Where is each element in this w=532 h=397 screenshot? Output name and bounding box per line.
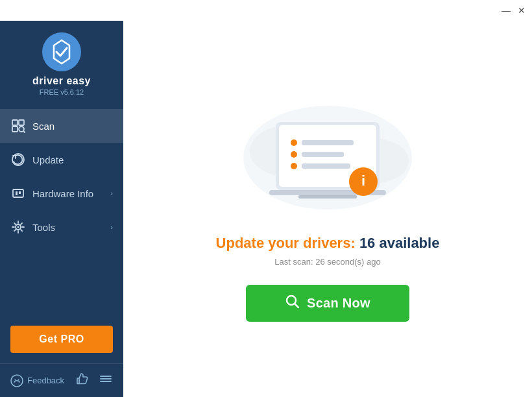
sidebar-nav: Scan Update [0,109,123,319]
svg-point-11 [18,226,19,228]
logo-version: FREE v5.6.12 [40,88,84,96]
minimize-button[interactable]: — [501,5,511,16]
illustration: i [237,96,418,219]
svg-point-0 [42,32,81,71]
sidebar-logo: driver easy FREE v5.6.12 [0,21,123,109]
sidebar-item-hardware-info[interactable]: Hardware Info › [0,176,123,210]
menu-icon[interactable] [99,372,113,389]
logo-icon [42,32,81,71]
svg-rect-30 [298,195,357,198]
feedback-icon [10,374,23,387]
svg-point-27 [291,163,297,169]
svg-rect-8 [16,191,18,195]
svg-rect-9 [19,191,21,194]
heading-text: Update your drivers: [216,235,356,251]
svg-line-34 [295,304,299,308]
title-bar-controls: — ✕ [501,5,527,16]
update-label: Update [32,154,113,165]
heading-count: 16 available [359,235,440,251]
main-heading: Update your drivers: 16 available [216,235,440,252]
tools-label: Tools [32,222,110,233]
svg-rect-28 [302,163,350,169]
svg-rect-1 [12,120,18,125]
svg-rect-7 [13,189,23,197]
title-bar: — ✕ [0,0,532,21]
feedback-button[interactable]: Feedback [10,374,64,387]
hardware-info-label: Hardware Info [32,188,110,199]
svg-text:i: i [361,173,365,189]
scan-now-button[interactable]: Scan Now [246,285,409,322]
svg-rect-24 [302,140,354,145]
sidebar-item-tools[interactable]: Tools › [0,210,123,244]
svg-rect-3 [12,126,18,132]
tools-icon [10,219,26,235]
last-scan-text: Last scan: 26 second(s) ago [274,257,380,267]
close-button[interactable]: ✕ [516,5,527,16]
app-window: — ✕ driver easy FREE v5.6.12 [0,0,532,397]
get-pro-button[interactable]: Get PRO [10,326,113,353]
scan-now-icon [285,294,300,313]
hardware-icon [10,186,26,201]
scan-label: Scan [32,121,113,132]
sidebar-item-update[interactable]: Update [0,143,123,176]
scan-icon [10,118,26,134]
logo-name: driver easy [32,75,91,87]
svg-point-23 [291,139,297,146]
sidebar-footer: Feedback [0,363,123,397]
hardware-info-arrow: › [110,189,113,197]
laptop-illustration: i [237,96,418,219]
svg-line-5 [23,131,25,132]
svg-point-13 [15,379,16,380]
svg-rect-2 [19,120,24,125]
svg-rect-26 [302,152,344,157]
feedback-label: Feedback [27,376,64,385]
scan-now-label: Scan Now [307,296,370,311]
content-area: i Update your drivers: 16 available Last… [123,21,532,397]
svg-point-25 [291,151,297,158]
update-icon [10,152,26,167]
tools-arrow: › [110,223,113,231]
sidebar: driver easy FREE v5.6.12 [0,21,123,397]
svg-point-14 [18,379,19,380]
sidebar-item-scan[interactable]: Scan [0,109,123,143]
thumbs-up-icon[interactable] [75,372,89,389]
main-content: driver easy FREE v5.6.12 [0,21,532,397]
